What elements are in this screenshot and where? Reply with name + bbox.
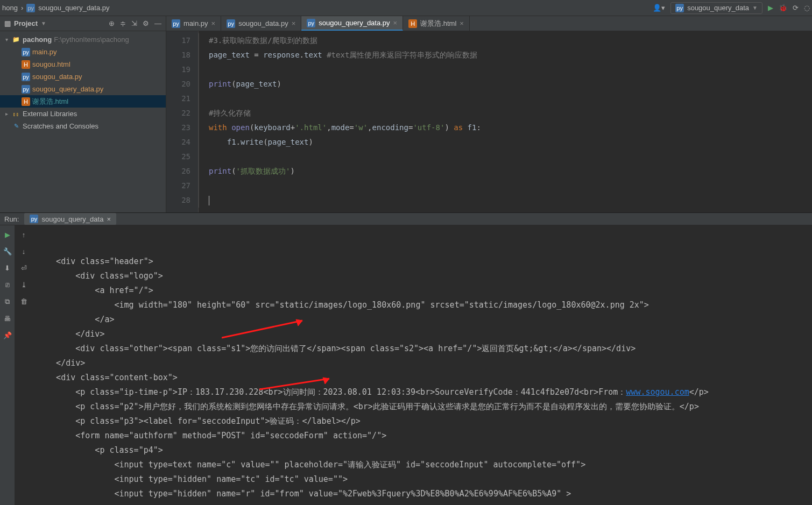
code-line[interactable]: print(page_text)	[199, 77, 812, 91]
tree-file-node[interactable]: H谢景浩.html	[0, 95, 166, 108]
gear-icon[interactable]: ⚙	[143, 19, 149, 27]
external-libraries-node[interactable]: ▸ ⫾⫾ External Libraries	[0, 108, 166, 120]
rerun-icon[interactable]: ▶	[5, 231, 10, 239]
collapse-all-icon[interactable]: ⇲	[131, 19, 137, 27]
run-config-label: sougou_query_data	[687, 4, 749, 12]
down-icon[interactable]: ↓	[22, 247, 26, 255]
code-line[interactable]: with open(keyboard+'.html',mode='w',enco…	[199, 120, 812, 135]
code-line[interactable]	[199, 179, 812, 193]
console-output[interactable]: <div class="header"> <div class="logo"> …	[32, 225, 812, 505]
breadcrumb-root[interactable]: hong	[2, 4, 18, 12]
layout-icon[interactable]: ⎚	[5, 281, 10, 289]
code-line[interactable]: #持久化存储	[199, 106, 812, 120]
project-tree[interactable]: ▾ 📁 pachong F:\pythonItems\pachong pymai…	[0, 31, 166, 134]
profile-icon[interactable]: ◌	[804, 4, 810, 12]
tree-file-node[interactable]: pymain.py	[0, 46, 166, 58]
line-number: 27	[166, 179, 190, 193]
run-toolbar-left2: ↑ ↓ ⏎ ⤓ 🗑	[15, 225, 32, 505]
locate-icon[interactable]: ⊕	[109, 19, 115, 27]
console-line: <div class="content-box">	[37, 371, 808, 385]
scratches-node[interactable]: ✎ Scratches and Consoles	[0, 120, 166, 132]
tree-file-node[interactable]: pysougou_query_data.py	[0, 83, 166, 95]
code-line[interactable]: #3.获取响应数据/爬取到的数据	[199, 33, 812, 48]
project-root-label: pachong	[23, 35, 52, 44]
console-line: </div>	[37, 356, 808, 371]
console-line: <input type="hidden" name="tc" id="tc" v…	[37, 472, 808, 487]
line-number: 23	[166, 120, 190, 135]
editor-tab[interactable]: pysougou_data.py×	[221, 16, 301, 31]
breadcrumb[interactable]: hong › py sougou_query_data.py	[2, 4, 110, 12]
print-icon[interactable]: 🖶	[4, 315, 11, 323]
expand-all-icon[interactable]: ≑	[120, 19, 126, 27]
code-line[interactable]	[199, 62, 812, 77]
close-icon[interactable]: ×	[292, 19, 296, 27]
line-number: 19	[166, 62, 190, 77]
close-icon[interactable]: ×	[460, 19, 464, 27]
editor-tab[interactable]: pymain.py×	[166, 16, 221, 31]
python-file-icon: py	[675, 4, 684, 12]
code-line[interactable]	[199, 193, 812, 208]
line-number: 21	[166, 91, 190, 106]
tree-file-label: 谢景浩.html	[32, 97, 68, 106]
gutter: 171819202122232425262728	[166, 31, 199, 212]
scratches-label: Scratches and Consoles	[23, 122, 98, 130]
console-line: <p class="ip-time-p">IP：183.17.230.228<b…	[37, 385, 808, 400]
run-icon[interactable]: ▶	[768, 4, 773, 12]
line-number: 20	[166, 77, 190, 91]
code-line[interactable]: print('抓取数据成功')	[199, 164, 812, 179]
code-line[interactable]	[199, 91, 812, 106]
line-number: 24	[166, 135, 190, 150]
tree-file-label: main.py	[32, 48, 57, 56]
close-icon[interactable]: ×	[107, 215, 111, 223]
project-root-node[interactable]: ▾ 📁 pachong F:\pythonItems\pachong	[0, 33, 166, 46]
html-file-icon: H	[22, 97, 30, 106]
code-line[interactable]: f1.write(page_text)	[199, 135, 812, 150]
user-icon[interactable]: 👤▾	[653, 4, 665, 12]
code-line[interactable]	[199, 150, 812, 164]
editor-tab[interactable]: pysougou_query_data.py×	[301, 16, 403, 31]
code-line[interactable]: page_text = response.text #text属性使用来返回字符…	[199, 48, 812, 62]
console-line: <p class="p2">用户您好，我们的系统检测到您网络中存在异常访问请求。…	[37, 400, 808, 414]
layout2-icon[interactable]: ⧉	[5, 297, 10, 306]
run-tab[interactable]: py sougou_query_data ×	[24, 213, 116, 225]
editor-tab[interactable]: H谢景浩.html×	[403, 16, 470, 31]
down-arrow-icon[interactable]: ⬇	[4, 264, 10, 272]
editor-tabs: pymain.py×pysougou_data.py×pysougou_quer…	[166, 16, 812, 31]
title-bar: hong › py sougou_query_data.py 👤▾ py sou…	[0, 0, 812, 16]
wrap-icon[interactable]: ⏎	[21, 264, 27, 272]
hide-icon[interactable]: —	[154, 19, 161, 27]
project-tool-window: ▥ Project ▼ ⊕ ≑ ⇲ ⚙ — ▾ 📁 pachong F:\pyt…	[0, 16, 166, 212]
chevron-down-icon[interactable]: ▼	[41, 20, 46, 26]
python-file-icon: py	[227, 19, 235, 28]
run-toolbar-left: ▶ 🔧 ⬇ ⎚ ⧉ 🖶 📌	[0, 225, 15, 505]
close-icon[interactable]: ×	[211, 19, 216, 27]
console-link[interactable]: www.sogou.com	[626, 387, 689, 397]
trash-icon[interactable]: 🗑	[20, 297, 27, 305]
debug-icon[interactable]: 🐞	[779, 4, 787, 12]
project-title[interactable]: Project	[14, 19, 38, 27]
chevron-down-icon: ▼	[752, 5, 758, 11]
breadcrumb-file[interactable]: sougou_query_data.py	[38, 4, 109, 12]
run-label: Run:	[4, 215, 19, 223]
tree-file-node[interactable]: pysougou_data.py	[0, 70, 166, 83]
code-area[interactable]: #3.获取响应数据/爬取到的数据page_text = response.tex…	[199, 31, 812, 212]
tree-file-node[interactable]: Hsougou.html	[0, 58, 166, 70]
python-file-icon: py	[22, 85, 30, 94]
coverage-icon[interactable]: ⟳	[793, 4, 799, 12]
tab-label: 谢景浩.html	[420, 19, 456, 29]
python-file-icon: py	[30, 215, 38, 223]
console-line: <p class="p3"><label for="seccodeInput">…	[37, 414, 808, 429]
console-line: <a href="/">	[37, 283, 808, 298]
up-icon[interactable]: ↑	[22, 231, 26, 239]
project-header: ▥ Project ▼ ⊕ ≑ ⇲ ⚙ —	[0, 16, 166, 31]
tree-file-label: sougou_data.py	[32, 73, 82, 81]
tab-label: sougou_query_data.py	[319, 19, 390, 27]
editor-body[interactable]: 171819202122232425262728 #3.获取响应数据/爬取到的数…	[166, 31, 812, 212]
tree-file-label: sougou_query_data.py	[32, 85, 103, 93]
run-header: Run: py sougou_query_data ×	[0, 213, 812, 225]
close-icon[interactable]: ×	[393, 19, 398, 27]
run-config-selector[interactable]: py sougou_query_data ▼	[670, 2, 762, 14]
wrench-icon[interactable]: 🔧	[3, 247, 12, 255]
pin-icon[interactable]: 📌	[3, 331, 12, 339]
scroll-icon[interactable]: ⤓	[21, 281, 27, 289]
